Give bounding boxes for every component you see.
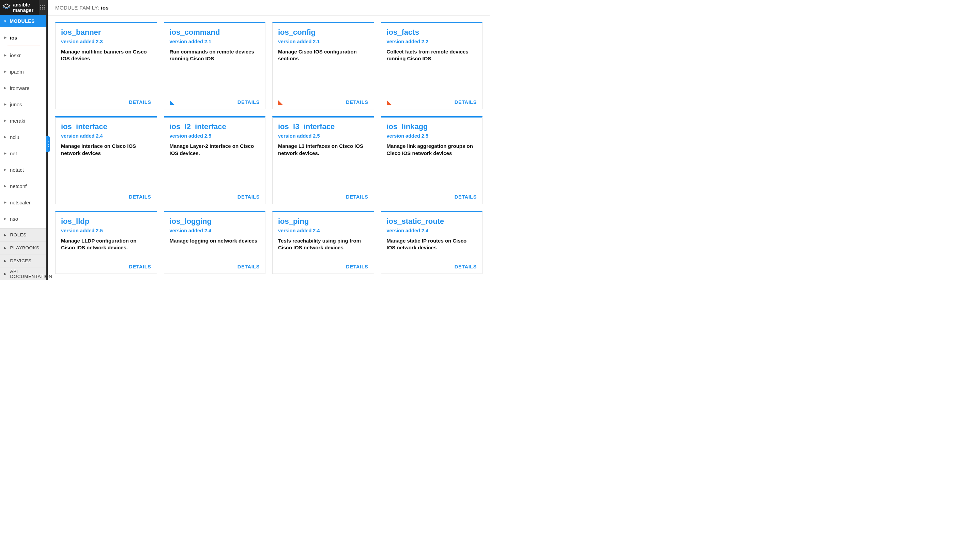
nav-section-modules[interactable]: ▼ MODULES [0,15,46,27]
module-card-version: version added 2.1 [278,39,368,44]
sidebar-item-ios[interactable]: ▶ios [0,29,46,46]
details-link[interactable]: DETAILS [346,264,368,270]
module-card-version: version added 2.4 [61,133,151,138]
module-card-title: ios_interface [61,122,151,131]
module-card-title: ios_config [278,28,368,37]
sidebar-item-underline [7,46,40,46]
nav-footer-label: API DOCUMENTATION [10,269,52,279]
caret-right-icon: ▶ [4,259,7,263]
details-link[interactable]: DETAILS [237,264,260,270]
sidebar-item-net[interactable]: ▶net [0,145,46,162]
module-card-version: version added 2.5 [278,133,368,138]
svg-rect-4 [40,7,41,8]
sidebar-item-label: nso [10,216,18,222]
caret-right-icon: ▶ [4,152,7,155]
svg-rect-7 [40,8,41,10]
card-corner-icon [170,100,174,105]
card-corner-icon [278,100,283,105]
module-card-ios_static_route: ios_static_routeversion added 2.4Manage … [381,211,483,274]
sidebar: ansible manager ▼ MODULES ▶ios▶iosxr▶ipa… [0,0,48,280]
sidebar-item-label: ipadm [10,69,24,75]
sidebar-item-netact[interactable]: ▶netact [0,162,46,178]
module-card-description: Manage Interface on Cisco IOS network de… [61,143,151,157]
details-link[interactable]: DETAILS [346,194,368,200]
sidebar-item-label: netconf [10,183,27,189]
svg-marker-0 [3,4,10,7]
module-card-ios_l2_interface: ios_l2_interfaceversion added 2.5Manage … [164,116,266,204]
caret-right-icon: ▶ [4,53,7,57]
caret-right-icon: ▶ [4,70,7,73]
module-card-title: ios_lldp [61,217,151,226]
nav-footer-playbooks[interactable]: ▶PLAYBOOKS [0,241,46,254]
module-card-title: ios_logging [170,217,260,226]
module-card-version: version added 2.1 [170,39,260,44]
details-link[interactable]: DETAILS [454,194,477,200]
details-link[interactable]: DETAILS [237,194,260,200]
module-card-ios_banner: ios_bannerversion added 2.3Manage multil… [55,22,157,109]
page-title-prefix: MODULE FAMILY: [55,5,101,10]
nav-footer-api-documentation[interactable]: ▶API DOCUMENTATION [0,267,46,280]
apps-grid-icon[interactable] [39,0,46,15]
sidebar-item-label: meraki [10,118,25,123]
details-link[interactable]: DETAILS [454,100,477,105]
module-card-title: ios_facts [387,28,477,37]
module-card-version: version added 2.4 [387,228,477,233]
module-card-ios_ping: ios_pingversion added 2.4Tests reachabil… [272,211,374,274]
main: MODULE FAMILY: ios ios_bannerversion add… [48,0,490,280]
module-card-description: Manage Layer-2 interface on Cisco IOS de… [170,143,260,157]
nav-footer: ▶ROLES▶PLAYBOOKS▶DEVICES▶API DOCUMENTATI… [0,228,46,280]
module-card-title: ios_linkagg [387,122,477,131]
module-card-ios_command: ios_commandversion added 2.1Run commands… [164,22,266,109]
nav-footer-devices[interactable]: ▶DEVICES [0,254,46,267]
sidebar-item-label: netscaler [10,200,31,205]
brand-title: ansible manager [13,2,39,13]
nav-footer-roles[interactable]: ▶ROLES [0,228,46,241]
svg-rect-2 [42,5,43,6]
details-link[interactable]: DETAILS [346,100,368,105]
sidebar-item-nso[interactable]: ▶nso [0,210,46,227]
brand-bar: ansible manager [0,0,46,15]
sidebar-item-label: netact [10,167,24,173]
details-link[interactable]: DETAILS [129,194,151,200]
module-card-ios_lldp: ios_lldpversion added 2.5Manage LLDP con… [55,211,157,274]
sidebar-item-ipadm[interactable]: ▶ipadm [0,63,46,80]
module-card-description: Manage static IP routes on Cisco IOS net… [387,237,477,252]
module-card-title: ios_static_route [387,217,477,226]
card-grid: ios_bannerversion added 2.3Manage multil… [48,16,490,280]
details-link[interactable]: DETAILS [454,264,477,270]
sidebar-item-label: iosxr [10,52,21,58]
sidebar-item-junos[interactable]: ▶junos [0,96,46,112]
caret-right-icon: ▶ [4,103,7,106]
details-link[interactable]: DETAILS [129,100,151,105]
sidebar-resize-handle[interactable] [46,136,50,152]
sidebar-item-meraki[interactable]: ▶meraki [0,112,46,129]
module-card-description: Manage L3 interfaces on Cisco IOS networ… [278,143,368,157]
sidebar-item-ironware[interactable]: ▶ironware [0,80,46,96]
module-card-description: Collect facts from remote devices runnin… [387,48,477,62]
svg-rect-9 [43,8,45,10]
caret-right-icon: ▶ [4,168,7,171]
module-card-ios_config: ios_configversion added 2.1Manage Cisco … [272,22,374,109]
caret-right-icon: ▶ [4,86,7,90]
details-link[interactable]: DETAILS [129,264,151,270]
module-card-description: Manage logging on network devices [170,237,260,244]
nav-section-label: MODULES [10,18,35,24]
caret-right-icon: ▶ [4,233,7,237]
card-corner-icon [387,100,392,105]
module-card-title: ios_l3_interface [278,122,368,131]
module-card-description: Manage multiline banners on Cisco IOS de… [61,48,151,62]
sidebar-item-netscaler[interactable]: ▶netscaler [0,194,46,210]
sidebar-item-iosxr[interactable]: ▶iosxr [0,47,46,63]
module-card-description: Manage link aggregation groups on Cisco … [387,143,477,157]
module-card-title: ios_command [170,28,260,37]
module-card-ios_logging: ios_loggingversion added 2.4Manage loggi… [164,211,266,274]
module-card-version: version added 2.5 [170,133,260,138]
caret-down-icon: ▼ [3,19,7,23]
sidebar-item-nclu[interactable]: ▶nclu [0,129,46,145]
module-card-version: version added 2.5 [387,133,477,138]
nav-list: ▶ios▶iosxr▶ipadm▶ironware▶junos▶meraki▶n… [0,27,46,228]
sidebar-item-netconf[interactable]: ▶netconf [0,178,46,194]
caret-right-icon: ▶ [4,201,7,204]
caret-right-icon: ▶ [4,184,7,188]
details-link[interactable]: DETAILS [237,100,260,105]
